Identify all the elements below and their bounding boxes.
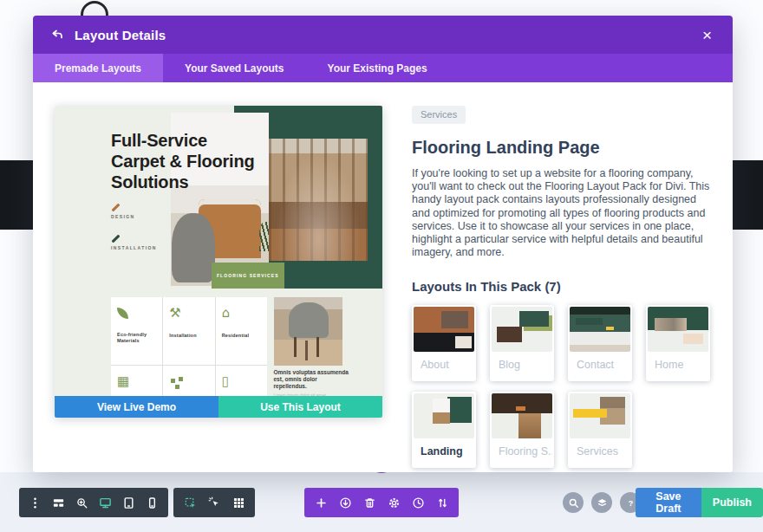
- save-draft-button[interactable]: Save Draft: [636, 488, 701, 517]
- grid-mode-icon[interactable]: [231, 495, 246, 510]
- kebab-menu-icon[interactable]: [27, 495, 42, 510]
- publish-button[interactable]: Publish: [701, 488, 763, 517]
- back-arrow-icon[interactable]: [49, 26, 66, 43]
- builder-view-toolbar: [19, 488, 168, 517]
- builder-mode-toolbar: [173, 488, 255, 517]
- layout-preview-image: Full-Service Carpet & Flooring Solutions…: [55, 106, 382, 396]
- feature-label: Eco-friendly Materials: [117, 332, 156, 344]
- add-icon[interactable]: [313, 495, 329, 510]
- layers-icon[interactable]: [591, 492, 612, 513]
- layout-card-contact[interactable]: Contact: [568, 305, 632, 381]
- category-badge[interactable]: Services: [412, 106, 466, 124]
- layout-thumbnail: [570, 393, 630, 438]
- layout-thumbnail: [570, 307, 630, 352]
- preview-marker-installation: INSTALLATION: [111, 237, 157, 250]
- background-page-section-right: [731, 160, 763, 230]
- layout-card-home[interactable]: Home: [646, 305, 710, 381]
- layout-card-flooring-services[interactable]: Flooring S...: [490, 392, 554, 468]
- close-icon[interactable]: ×: [697, 25, 717, 45]
- marker-label: INSTALLATION: [111, 245, 157, 250]
- modal-tabbar: Premade Layouts Your Saved Layouts Your …: [33, 54, 733, 82]
- layout-card-services[interactable]: Services: [568, 392, 632, 468]
- settings-gear-icon[interactable]: [386, 495, 401, 510]
- preview-actions: View Live Demo Use This Layout: [55, 396, 382, 418]
- feature-cell: ▯: [216, 366, 267, 396]
- layout-thumbnail: [648, 307, 708, 352]
- leaf-icon: [117, 308, 128, 319]
- layout-card-label: About: [414, 352, 474, 380]
- history-clock-icon[interactable]: [410, 495, 426, 510]
- feature-cell: [163, 366, 214, 396]
- layout-details-panel: Services Flooring Landing Page If you're…: [412, 106, 714, 468]
- preview-feature-grid: Eco-friendly Materials ⚒ Installation ⌂ …: [111, 297, 267, 396]
- building-icon: ▦: [117, 374, 156, 388]
- filters-sliders-icon[interactable]: [434, 495, 450, 510]
- desktop-view-icon[interactable]: [98, 495, 114, 510]
- feature-label: Residential: [222, 333, 261, 339]
- layout-card-label: Services: [570, 438, 630, 466]
- click-mode-icon[interactable]: [206, 495, 222, 510]
- view-live-demo-button[interactable]: View Live Demo: [55, 396, 218, 418]
- hover-mode-icon[interactable]: [182, 495, 198, 510]
- layout-card-landing[interactable]: Landing: [412, 392, 476, 468]
- layout-card-label: Landing: [414, 438, 474, 466]
- use-this-layout-button[interactable]: Use This Layout: [218, 396, 382, 418]
- zoom-view-icon[interactable]: [74, 495, 89, 510]
- layout-preview-card: Full-Service Carpet & Flooring Solutions…: [55, 106, 382, 418]
- portability-icon[interactable]: [337, 495, 353, 510]
- preview-caption: Omnis voluptas assumenda est, omnis dolo…: [274, 369, 349, 397]
- layout-thumbnail: [492, 307, 552, 352]
- background-page-section-left: [0, 160, 35, 230]
- preview-strip-label: FLOORING SERVICES: [212, 263, 284, 289]
- network-icon: [171, 379, 175, 383]
- layout-thumbnail: [414, 307, 474, 352]
- layout-card-blog[interactable]: Blog: [490, 305, 554, 381]
- builder-action-toolbar: [304, 488, 459, 517]
- modal-body: Full-Service Carpet & Flooring Solutions…: [33, 82, 733, 472]
- feature-cell: ▦: [111, 366, 162, 396]
- feature-cell: Eco-friendly Materials: [111, 297, 162, 365]
- delete-trash-icon[interactable]: [362, 495, 377, 510]
- layout-card-label: Flooring S...: [492, 438, 552, 466]
- layout-card-about[interactable]: About: [412, 305, 476, 381]
- pack-heading: Layouts In This Pack (7): [412, 279, 714, 294]
- spray-icon: ▯: [222, 374, 261, 388]
- layout-title: Flooring Landing Page: [412, 138, 714, 158]
- preview-chair-photo: [274, 297, 342, 366]
- house-icon: ⌂: [222, 306, 261, 320]
- svg-text:?: ?: [628, 498, 632, 507]
- layout-thumbnail: [414, 393, 474, 438]
- feature-label: Installation: [169, 333, 208, 339]
- tab-premade-layouts[interactable]: Premade Layouts: [33, 54, 163, 82]
- layout-card-label: Blog: [492, 352, 552, 380]
- preview-interior-photo: [269, 139, 368, 261]
- tab-your-saved-layouts[interactable]: Your Saved Layouts: [163, 54, 305, 82]
- tablet-view-icon[interactable]: [121, 495, 137, 510]
- modal-title: Layout Details: [75, 28, 166, 42]
- layout-details-modal: Layout Details × Premade Layouts Your Sa…: [33, 16, 733, 472]
- tools-icon: ⚒: [169, 306, 208, 320]
- hammer-icon: [112, 235, 121, 243]
- layout-card-label: Contact: [570, 352, 630, 380]
- phone-view-icon[interactable]: [145, 495, 160, 510]
- publish-button-group: Save Draft Publish: [636, 488, 763, 517]
- pencil-icon: [112, 203, 121, 211]
- caption-title: Omnis voluptas assumenda est, omnis dolo…: [274, 369, 349, 390]
- search-icon[interactable]: [563, 492, 584, 513]
- tab-your-existing-pages[interactable]: Your Existing Pages: [306, 54, 449, 82]
- preview-marker-design: DESIGN: [111, 206, 135, 219]
- feature-cell: ⚒ Installation: [163, 297, 214, 365]
- builder-utility-buttons: ?: [563, 492, 641, 513]
- marker-label: DESIGN: [111, 214, 135, 219]
- wireframe-view-icon[interactable]: [50, 495, 66, 510]
- pack-grid: About Blog Contact Home Landing: [412, 305, 714, 468]
- layout-thumbnail: [492, 393, 552, 438]
- modal-header: Layout Details ×: [33, 16, 733, 54]
- preview-headline: Full-Service Carpet & Flooring Solutions: [111, 130, 275, 192]
- layout-card-label: Home: [648, 352, 708, 380]
- layout-description: If you're looking to set up a website fo…: [412, 167, 714, 259]
- feature-cell: ⌂ Residential: [216, 297, 267, 365]
